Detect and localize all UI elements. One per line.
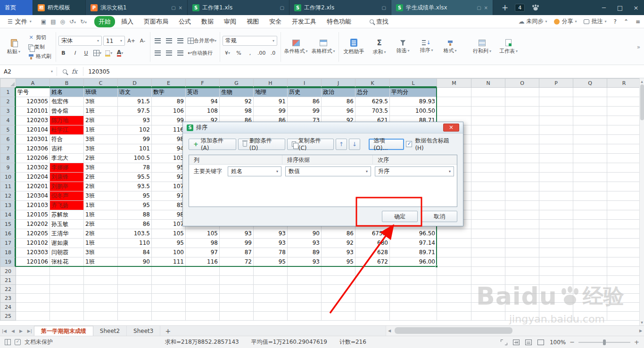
cell-K1[interactable]: 总分	[355, 88, 390, 97]
cell-B16[interactable]: 王清华	[50, 229, 84, 239]
cell-B2[interactable]: 包宏伟	[50, 97, 84, 107]
cell-Q14[interactable]	[573, 210, 607, 220]
row-header-10[interactable]: 10	[0, 173, 16, 182]
ok-button[interactable]: 确定	[382, 211, 418, 222]
cell-R23[interactable]	[607, 294, 641, 303]
cell-D12[interactable]: 95	[118, 191, 152, 201]
sort-basis-select[interactable]: 数值▾	[285, 166, 371, 176]
paw-icon[interactable]	[531, 4, 540, 11]
cell-J20[interactable]	[322, 267, 355, 276]
cell-B15[interactable]: 孙玉敏	[50, 220, 84, 229]
row-header-8[interactable]: 8	[0, 154, 16, 163]
cell-G19[interactable]: 72	[220, 257, 254, 267]
cell-B14[interactable]: 苏解放	[50, 210, 84, 220]
row-header-5[interactable]: 5	[0, 125, 16, 135]
cell-H1[interactable]: 地理	[254, 88, 288, 97]
cell-R9[interactable]	[607, 163, 641, 173]
format-painter-button[interactable]: 格式刷	[26, 52, 53, 60]
cell-R15[interactable]	[607, 220, 641, 229]
row-header-9[interactable]: 9	[0, 163, 16, 173]
cell-O16[interactable]	[505, 229, 539, 239]
menu-tab-特色功能[interactable]: 特色功能	[322, 16, 355, 27]
cell-A7[interactable]: 120306	[16, 144, 50, 154]
cell-A16[interactable]: 120205	[16, 229, 50, 239]
redo-icon[interactable]: ↻▾	[80, 18, 87, 25]
cell-P17[interactable]	[539, 239, 573, 248]
cell-A11[interactable]: 120201	[16, 182, 50, 191]
close-tab-icon[interactable]: ×	[484, 5, 488, 10]
cell-C19[interactable]: 1班	[84, 257, 118, 267]
font-size-select[interactable]: 11▾	[103, 36, 125, 46]
cell-D25[interactable]	[118, 312, 152, 321]
zoom-in-button[interactable]: +	[634, 339, 639, 346]
cell-B21[interactable]	[50, 276, 84, 285]
row-header-14[interactable]: 14	[0, 210, 16, 220]
cell-Q17[interactable]	[573, 239, 607, 248]
cell-L2[interactable]: 89.93	[390, 97, 437, 107]
cell-C9[interactable]: 3班	[84, 163, 118, 173]
cell-E21[interactable]	[152, 276, 186, 285]
paste-button[interactable]: 粘贴▾	[3, 38, 25, 56]
cell-D7[interactable]: 101	[118, 144, 152, 154]
cell-D2[interactable]: 91.5	[118, 97, 152, 107]
cell-A21[interactable]	[16, 276, 50, 285]
row-header-13[interactable]: 13	[0, 201, 16, 210]
cell-L3[interactable]: 100.50	[390, 107, 437, 116]
cell-N10[interactable]	[471, 173, 505, 182]
vertical-scroll-thumb[interactable]	[640, 84, 644, 120]
col-header-I[interactable]: I	[288, 79, 322, 88]
cell-Q15[interactable]	[573, 220, 607, 229]
cell-R14[interactable]	[607, 210, 641, 220]
cell-P8[interactable]	[539, 154, 573, 163]
cell-R12[interactable]	[607, 191, 641, 201]
share-button[interactable]: 分享▾	[554, 17, 577, 25]
cell-O7[interactable]	[505, 144, 539, 154]
cell-F2[interactable]: 94	[186, 97, 220, 107]
col-header-D[interactable]: D	[118, 79, 152, 88]
cell-M22[interactable]	[437, 285, 471, 294]
cell-Q4[interactable]	[573, 116, 607, 125]
cell-Q8[interactable]	[573, 154, 607, 163]
borders-button[interactable]: ▾	[92, 48, 102, 58]
cell-A22[interactable]	[16, 285, 50, 294]
menu-tab-审阅[interactable]: 审阅	[220, 16, 240, 27]
new-tab-button[interactable]: +	[502, 3, 508, 12]
cell-F20[interactable]	[186, 267, 220, 276]
pin-icon[interactable]: ▢	[382, 5, 386, 10]
cell-E24[interactable]	[152, 303, 186, 312]
cell-N19[interactable]	[471, 257, 505, 267]
zoom-slider-thumb[interactable]	[603, 340, 606, 345]
cell-B25[interactable]	[50, 312, 84, 321]
cell-I16[interactable]: 90	[288, 229, 322, 239]
cell-E1[interactable]: 数学	[152, 88, 186, 97]
cell-K24[interactable]	[355, 303, 390, 312]
cell-N17[interactable]	[471, 239, 505, 248]
cell-O3[interactable]	[505, 107, 539, 116]
close-tab-icon[interactable]: ×	[179, 5, 182, 10]
cell-P25[interactable]	[539, 312, 573, 321]
cell-B4[interactable]: 陈万地	[50, 116, 84, 125]
cell-F17[interactable]: 98	[186, 239, 220, 248]
sheet-tab-Sheet2[interactable]: Sheet2	[93, 326, 127, 336]
cell-R25[interactable]	[607, 312, 641, 321]
cell-J21[interactable]	[322, 276, 355, 285]
menu-tab-视图[interactable]: 视图	[242, 16, 263, 27]
cell-P14[interactable]	[539, 210, 573, 220]
pin-icon[interactable]: ▢	[477, 5, 481, 10]
cell-P19[interactable]	[539, 257, 573, 267]
cell-P18[interactable]	[539, 248, 573, 257]
cell-H16[interactable]: 93	[254, 229, 288, 239]
cell-A9[interactable]: 120302	[16, 163, 50, 173]
cell-B3[interactable]: 曾令煊	[50, 107, 84, 116]
col-header-L[interactable]: L	[390, 79, 437, 88]
cell-A10[interactable]: 120204	[16, 173, 50, 182]
cell-A20[interactable]	[16, 267, 50, 276]
cell-Q16[interactable]	[573, 229, 607, 239]
cell-I24[interactable]	[288, 303, 322, 312]
doc-tab-稻壳模板[interactable]: 稻稻壳模板	[33, 0, 86, 15]
cell-G18[interactable]: 87	[220, 248, 254, 257]
row-header-17[interactable]: 17	[0, 239, 16, 248]
align-right-button[interactable]	[175, 48, 185, 58]
cell-M21[interactable]	[437, 276, 471, 285]
cell-B20[interactable]	[50, 267, 84, 276]
